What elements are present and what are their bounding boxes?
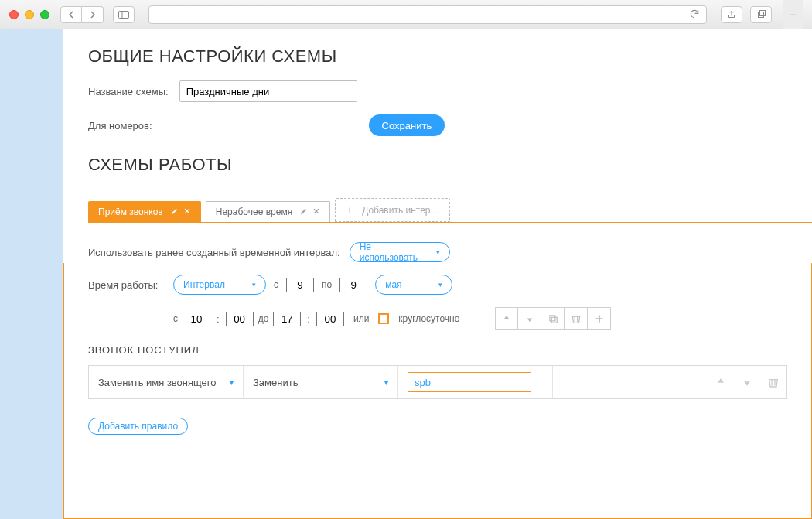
chevron-down-icon: ▾	[230, 378, 234, 387]
rule-action-value: Заменить имя звонящего	[98, 377, 217, 388]
month-dropdown[interactable]: мая ▾	[375, 275, 452, 295]
from-day-label: с	[274, 279, 278, 290]
move-up-button[interactable]	[495, 307, 518, 330]
add-button[interactable]	[588, 307, 611, 330]
sidebar-toggle-button[interactable]	[113, 6, 135, 23]
to-day-label: по	[322, 279, 332, 290]
delete-button[interactable]	[565, 307, 588, 330]
tab-call-receive[interactable]: Приём звонков	[88, 201, 201, 222]
close-window-icon[interactable]	[9, 10, 19, 19]
rule-actions	[708, 367, 786, 398]
time-to-hour-input[interactable]	[273, 312, 301, 326]
nav-back-forward	[60, 6, 104, 23]
time-from-min-input[interactable]	[226, 312, 254, 326]
rule-value-input[interactable]	[408, 372, 531, 392]
colon: :	[215, 313, 221, 325]
tab-label: Нерабочее время	[216, 207, 292, 217]
scheme-name-label: Название схемы:	[88, 86, 169, 97]
save-button[interactable]: Сохранить	[369, 114, 445, 136]
schemes-title: СХЕМЫ РАБОТЫ	[88, 155, 787, 175]
back-button[interactable]	[60, 6, 82, 23]
share-button[interactable]	[721, 6, 742, 23]
edit-icon[interactable]	[171, 207, 179, 217]
dropdown-value: Не использовать	[360, 241, 428, 263]
time-from-label: с	[173, 313, 178, 324]
use-previous-dropdown[interactable]: Не использовать ▾	[350, 242, 450, 262]
copy-button[interactable]	[541, 307, 565, 330]
tab-off-hours[interactable]: Нерабочее время	[206, 201, 330, 222]
for-numbers-label: Для номеров:	[88, 120, 152, 131]
reload-icon[interactable]	[689, 9, 700, 22]
dropdown-value: мая	[385, 279, 401, 290]
plus-icon: ＋	[345, 203, 354, 217]
rule-action-select[interactable]: Заменить имя звонящего ▾	[98, 377, 234, 388]
rule-mode-value: Заменить	[253, 377, 298, 388]
add-rule-button[interactable]: Добавить правило	[88, 418, 188, 435]
time-to-label: до	[258, 313, 269, 324]
rule-delete-button[interactable]	[760, 367, 786, 398]
browser-chrome: ＋	[0, 0, 812, 29]
time-from-hour-input[interactable]	[183, 312, 210, 326]
url-bar[interactable]	[148, 5, 707, 24]
scheme-name-input[interactable]	[179, 80, 357, 102]
rule-move-down-button[interactable]	[734, 367, 760, 398]
move-down-button[interactable]	[518, 307, 541, 330]
tabs-button[interactable]	[750, 6, 772, 23]
to-day-input[interactable]	[339, 278, 367, 292]
or-label: или	[353, 313, 369, 324]
rule-mode-select[interactable]: Заменить ▾	[253, 377, 388, 388]
chevron-down-icon: ▾	[436, 248, 440, 256]
rule-move-up-button[interactable]	[708, 367, 734, 398]
tab-label: Добавить интер…	[362, 205, 439, 216]
svg-rect-5	[551, 317, 557, 323]
svg-rect-2	[759, 12, 764, 17]
colon: :	[305, 313, 312, 325]
all-day-label: круглосуточно	[398, 313, 459, 324]
chevron-down-icon: ▾	[438, 281, 442, 289]
svg-rect-4	[550, 316, 555, 321]
close-icon[interactable]	[312, 207, 320, 217]
svg-rect-3	[760, 10, 766, 15]
tab-label: Приём звонков	[98, 207, 163, 217]
tab-add-interval[interactable]: ＋ Добавить интер…	[335, 198, 449, 222]
from-day-input[interactable]	[286, 278, 314, 292]
close-icon[interactable]	[183, 207, 191, 217]
interval-dropdown[interactable]: Интервал ▾	[173, 275, 266, 295]
scheme-tabs: Приём звонков Нерабочее время ＋ Добавить…	[88, 198, 787, 222]
edit-icon[interactable]	[300, 207, 308, 217]
maximize-window-icon[interactable]	[40, 10, 49, 19]
rule-row: Заменить имя звонящего ▾ Заменить ▾	[88, 365, 787, 399]
dropdown-value: Интервал	[183, 279, 225, 290]
work-time-label: Время работы:	[88, 279, 165, 291]
all-day-checkbox[interactable]	[378, 313, 389, 324]
time-to-min-input[interactable]	[316, 312, 344, 326]
new-tab-button[interactable]: ＋	[783, 0, 803, 29]
forward-button[interactable]	[82, 6, 104, 23]
chevron-down-icon: ▾	[252, 281, 256, 289]
chevron-down-icon: ▾	[384, 378, 388, 387]
window-controls	[9, 10, 49, 19]
call-arrived-title: ЗВОНОК ПОСТУПИЛ	[88, 344, 787, 356]
svg-rect-0	[119, 11, 129, 18]
page-title: ОБЩИЕ НАСТРОЙКИ СХЕМЫ	[88, 46, 787, 67]
minimize-window-icon[interactable]	[25, 10, 34, 19]
chrome-actions	[721, 6, 772, 23]
interval-actions	[495, 307, 611, 330]
use-previous-label: Использовать ранее созданный временной и…	[88, 247, 340, 258]
